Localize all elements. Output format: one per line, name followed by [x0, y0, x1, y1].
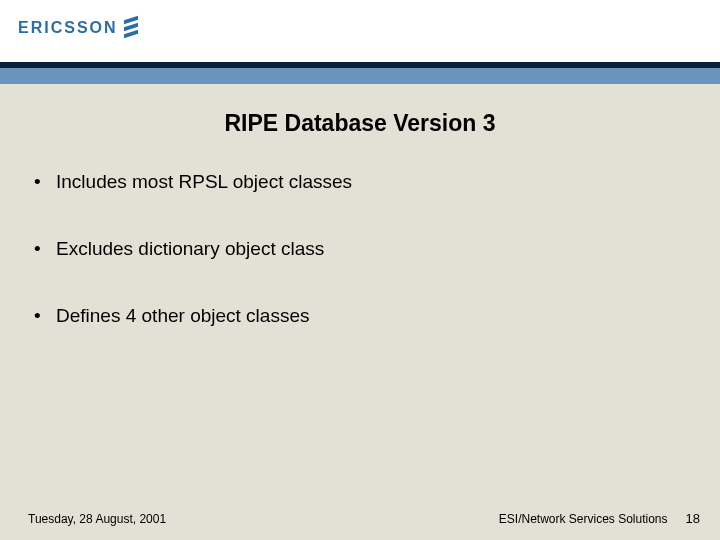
- bullet-item: Includes most RPSL object classes: [34, 171, 692, 194]
- ericsson-stripes-icon: [124, 18, 138, 38]
- slide-body: RIPE Database Version 3 Includes most RP…: [0, 84, 720, 540]
- brand-logo: ERICSSON: [18, 18, 138, 38]
- slide-title: RIPE Database Version 3: [28, 104, 692, 171]
- bullet-item: Excludes dictionary object class: [34, 238, 692, 261]
- bullet-item: Defines 4 other object classes: [34, 305, 692, 328]
- footer: Tuesday, 28 August, 2001 ESI/Network Ser…: [0, 511, 720, 526]
- brand-name: ERICSSON: [18, 19, 118, 37]
- divider-blue: [0, 68, 720, 84]
- footer-org: ESI/Network Services Solutions: [499, 512, 668, 526]
- page-number: 18: [686, 511, 700, 526]
- footer-date: Tuesday, 28 August, 2001: [28, 512, 166, 526]
- header-bar: ERICSSON: [0, 0, 720, 62]
- bullet-list: Includes most RPSL object classes Exclud…: [28, 171, 692, 327]
